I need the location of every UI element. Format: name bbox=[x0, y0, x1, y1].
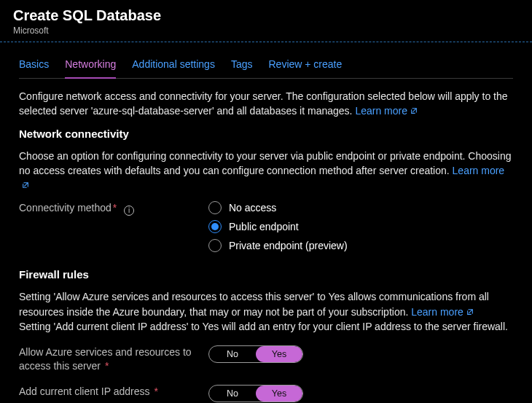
radio-public-endpoint[interactable]: Public endpoint bbox=[208, 220, 348, 233]
intro-paragraph: Configure network access and connectivit… bbox=[19, 89, 513, 119]
page-title: Create SQL Database bbox=[13, 7, 519, 24]
allow-azure-services-row: Allow Azure services and resources to ac… bbox=[19, 345, 513, 373]
firewall-description: Setting 'Allow Azure services and resour… bbox=[19, 289, 513, 334]
tab-tags[interactable]: Tags bbox=[231, 54, 253, 79]
tab-networking[interactable]: Networking bbox=[65, 54, 116, 79]
firewall-line2: Setting 'Add current client IP address' … bbox=[19, 321, 508, 332]
radio-icon bbox=[208, 239, 222, 252]
toggle-yes[interactable]: Yes bbox=[256, 346, 302, 362]
radio-private-endpoint[interactable]: Private endpoint (preview) bbox=[208, 239, 348, 252]
firewall-learn-more-link[interactable]: Learn more bbox=[411, 306, 474, 318]
tab-additional-settings[interactable]: Additional settings bbox=[132, 54, 215, 79]
radio-icon bbox=[208, 201, 222, 214]
firewall-rules-heading: Firewall rules bbox=[19, 268, 513, 281]
network-connectivity-heading: Network connectivity bbox=[19, 128, 513, 140]
network-description-text: Choose an option for configuring connect… bbox=[19, 150, 512, 176]
radio-label: No access bbox=[229, 202, 276, 214]
connectivity-method-label: Connectivity method* i bbox=[19, 201, 208, 216]
intro-text: Configure network access and connectivit… bbox=[19, 90, 508, 117]
radio-icon bbox=[208, 220, 222, 233]
external-link-icon bbox=[466, 308, 474, 316]
network-description: Choose an option for configuring connect… bbox=[19, 149, 513, 193]
allow-azure-services-toggle[interactable]: No Yes bbox=[208, 345, 303, 363]
add-client-ip-label: Add current client IP address * bbox=[19, 385, 208, 399]
page-header: Create SQL Database Microsoft bbox=[0, 0, 532, 42]
toggle-no[interactable]: No bbox=[209, 346, 256, 362]
page-subtitle: Microsoft bbox=[13, 26, 519, 36]
info-icon[interactable]: i bbox=[124, 206, 134, 216]
radio-label: Public endpoint bbox=[229, 221, 299, 232]
tab-bar: Basics Networking Additional settings Ta… bbox=[19, 54, 513, 79]
toggle-yes[interactable]: Yes bbox=[256, 386, 302, 402]
intro-learn-more-link[interactable]: Learn more bbox=[355, 105, 418, 117]
external-link-icon bbox=[22, 181, 29, 189]
connectivity-method-row: Connectivity method* i No access Public … bbox=[19, 201, 513, 252]
tab-review-create[interactable]: Review + create bbox=[268, 54, 342, 79]
radio-no-access[interactable]: No access bbox=[208, 201, 348, 214]
allow-azure-services-label: Allow Azure services and resources to ac… bbox=[19, 345, 208, 373]
tab-basics[interactable]: Basics bbox=[19, 54, 49, 79]
toggle-no[interactable]: No bbox=[209, 386, 256, 402]
connectivity-method-radio-group: No access Public endpoint Private endpoi… bbox=[208, 201, 348, 252]
radio-label: Private endpoint (preview) bbox=[229, 240, 348, 251]
add-client-ip-row: Add current client IP address * No Yes bbox=[19, 385, 513, 402]
add-client-ip-toggle[interactable]: No Yes bbox=[208, 385, 303, 402]
external-link-icon bbox=[410, 107, 418, 114]
